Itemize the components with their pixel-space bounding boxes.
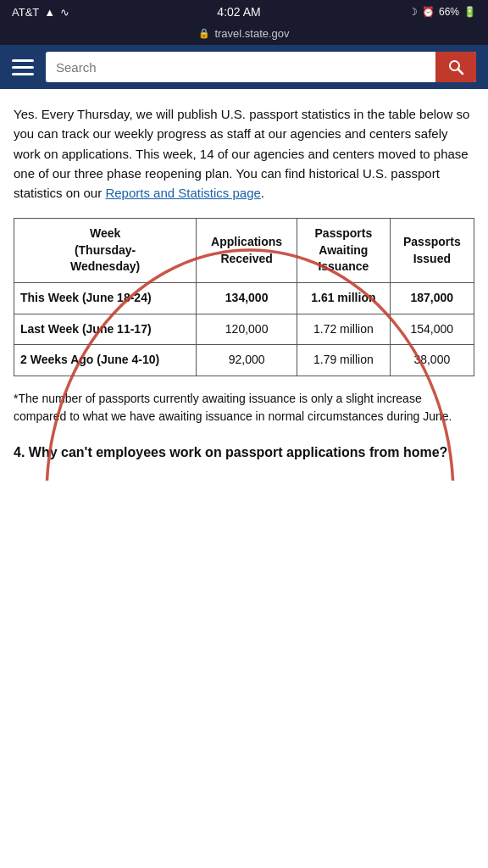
cell-week: 2 Weeks Ago (June 4-10) [14,345,197,376]
main-content: Yes. Every Thursday, we will publish U.S… [0,89,488,481]
intro-period: . [261,186,264,200]
cell-applications: 134,000 [197,283,297,314]
time-display: 4:02 AM [217,5,260,19]
cell-awaiting: 1.72 million [297,314,391,345]
table-header-row: Week(Thursday-Wednesday) ApplicationsRec… [14,219,474,283]
reports-link[interactable]: Reports and Statistics page [105,186,260,200]
battery-icon: 🔋 [463,6,476,18]
intro-paragraph: Yes. Every Thursday, we will publish U.S… [14,104,474,203]
status-left: AT&T ▲ ∿ [12,6,69,19]
table-row: This Week (June 18-24)134,0001.61 millio… [14,283,474,314]
signal-icon: ▲ [44,6,55,19]
search-input[interactable] [46,53,435,81]
nav-header [0,45,488,89]
col-header-awaiting: PassportsAwaitingIssuance [297,219,391,283]
cell-issued: 154,000 [390,314,474,345]
url-bar: 🔒 travel.state.gov [0,24,488,45]
col-header-applications: ApplicationsReceived [197,219,297,283]
col-header-issued: PassportsIssued [390,219,474,283]
cell-issued: 38,000 [390,345,474,376]
cell-week: Last Week (June 11-17) [14,314,197,345]
search-bar-container [46,52,476,82]
status-right: ☽ ⏰ 66% 🔋 [408,6,476,18]
url-text: travel.state.gov [214,27,289,40]
col-header-week: Week(Thursday-Wednesday) [14,219,197,283]
svg-line-1 [458,70,463,75]
status-bar: AT&T ▲ ∿ 4:02 AM ☽ ⏰ 66% 🔋 [0,0,488,24]
cell-awaiting: 1.61 million [297,283,391,314]
passport-statistics-table: Week(Thursday-Wednesday) ApplicationsRec… [14,218,474,376]
carrier-text: AT&T [12,6,39,19]
cell-awaiting: 1.79 million [297,345,391,376]
cell-issued: 187,000 [390,283,474,314]
crescent-icon: ☽ [408,6,418,18]
search-button[interactable] [435,52,476,82]
wifi-icon: ∿ [60,6,69,19]
cell-week: This Week (June 18-24) [14,283,197,314]
cell-applications: 92,000 [197,345,297,376]
search-icon [447,58,464,75]
cell-applications: 120,000 [197,314,297,345]
alarm-icon: ⏰ [422,6,435,18]
lock-icon: 🔒 [198,28,210,39]
footnote-text: *The number of passports currently await… [14,390,474,426]
battery-text: 66% [439,6,459,18]
hamburger-menu[interactable] [12,59,34,75]
section-heading: 4. Why can't employees work on passport … [14,442,474,464]
table-row: 2 Weeks Ago (June 4-10)92,0001.79 millio… [14,345,474,376]
table-row: Last Week (June 11-17)120,0001.72 millio… [14,314,474,345]
